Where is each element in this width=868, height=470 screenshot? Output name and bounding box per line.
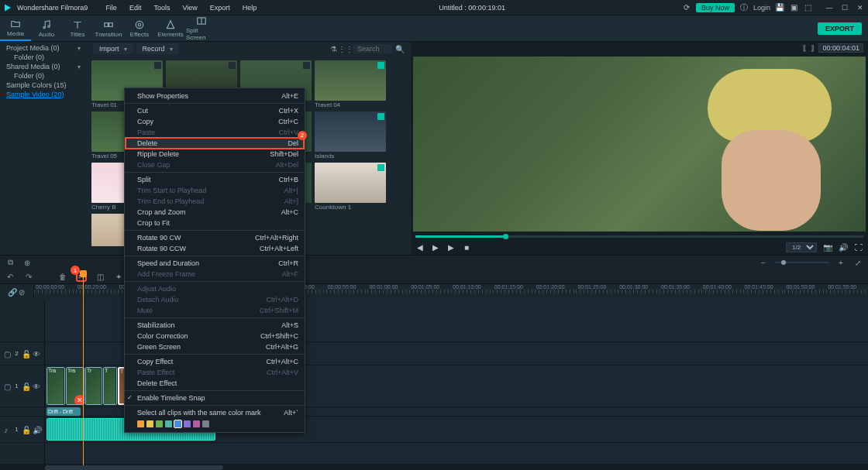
tab-titles[interactable]: Titles xyxy=(62,15,93,41)
audio-clip-label[interactable]: Drift - Drift xyxy=(46,407,81,416)
volume-icon[interactable]: 🔊 xyxy=(33,426,40,434)
search-input[interactable] xyxy=(353,44,392,53)
buy-now-button[interactable]: Buy Now xyxy=(696,3,735,12)
tab-transition[interactable]: Transition xyxy=(93,15,124,41)
track-head-video2[interactable]: ▢ 2 🔓 👁 xyxy=(0,342,45,365)
color-swatch[interactable] xyxy=(146,420,153,427)
color-swatch[interactable] xyxy=(156,420,163,427)
menu-file[interactable]: File xyxy=(100,2,122,13)
context-menu-item-rotate-90-cw[interactable]: Rotate 90 CWCtrl+Alt+Right xyxy=(125,232,305,243)
maximize-button[interactable]: ☐ xyxy=(840,3,849,12)
context-menu-item-split[interactable]: SplitCtrl+B xyxy=(125,174,305,185)
color-swatch[interactable] xyxy=(184,420,191,427)
playhead[interactable] xyxy=(83,270,84,465)
context-menu-item-crop-to-fit[interactable]: Crop to Fit xyxy=(125,218,305,228)
undo-button[interactable]: ↶ xyxy=(5,271,16,282)
color-swatch[interactable] xyxy=(202,420,209,427)
menu-edit[interactable]: Edit xyxy=(124,2,147,13)
delete-button[interactable]: 🗑 xyxy=(57,271,68,282)
track-head-video1[interactable]: ▢ 1 🔓 👁 xyxy=(0,365,45,407)
timeline-clip[interactable]: Tr xyxy=(85,367,102,405)
timeline-clip[interactable]: Tra xyxy=(46,367,65,405)
timecode-display[interactable]: 00:00:04:01 xyxy=(818,43,863,53)
timeline-scrollbar[interactable] xyxy=(0,465,868,470)
seek-handle[interactable] xyxy=(503,234,508,239)
context-menu-item-stabilization[interactable]: StabilizationAlt+S xyxy=(125,320,305,331)
update-icon[interactable]: ⟳ xyxy=(682,3,691,12)
seek-bar[interactable] xyxy=(415,235,863,238)
context-menu-item-delete-effect[interactable]: Delete Effect xyxy=(125,378,305,389)
import-dropdown[interactable]: Import▾ xyxy=(93,43,133,54)
context-menu-item-speed-and-duration[interactable]: Speed and DurationCtrl+R xyxy=(125,258,305,269)
menu-export[interactable]: Export xyxy=(205,2,236,13)
sort-icon[interactable]: ⋮⋮ xyxy=(341,44,350,53)
preview-zoom-select[interactable]: 1/2 xyxy=(786,242,817,252)
media-item[interactable]: Travel 04 xyxy=(315,60,386,108)
context-menu-item-color-correction[interactable]: Color CorrectionCtrl+Shift+C xyxy=(125,331,305,341)
sidebar-item-folder[interactable]: Folder (0) xyxy=(0,71,87,81)
redo-button[interactable]: ↷ xyxy=(23,271,34,282)
info-icon[interactable]: ⓘ xyxy=(739,3,749,12)
record-icon[interactable]: ⬚ xyxy=(803,3,812,12)
context-menu-item-green-screen[interactable]: Green ScreenCtrl+Alt+G xyxy=(125,341,305,352)
close-button[interactable]: ✕ xyxy=(856,3,865,12)
bracket-left-icon[interactable]: ⟦ xyxy=(803,44,806,52)
tab-split-screen[interactable]: Split Screen xyxy=(186,15,217,41)
context-menu-item-delete[interactable]: DeleteDel2 xyxy=(125,137,305,149)
sidebar-item-shared-media[interactable]: Shared Media (0)▾ xyxy=(0,62,87,71)
context-menu-item-ripple-delete[interactable]: Ripple DeleteShift+Del xyxy=(125,149,305,160)
color-swatch[interactable] xyxy=(174,420,181,427)
stop-button[interactable]: ■ xyxy=(462,242,471,252)
media-item[interactable]: Islands xyxy=(315,111,386,160)
timeline-zoom-slider[interactable] xyxy=(775,262,829,263)
context-menu-item-rotate-90-ccw[interactable]: Rotate 90 CCWCtrl+Alt+Left xyxy=(125,243,305,254)
lock-icon[interactable]: 🔓 xyxy=(22,383,29,390)
sidebar-item-project-media[interactable]: Project Media (0)▾ xyxy=(0,43,87,53)
bracket-right-icon[interactable]: ⟧ xyxy=(811,44,814,52)
color-swatch[interactable] xyxy=(137,420,144,427)
record-dropdown[interactable]: Record▾ xyxy=(136,43,179,54)
scrollbar-thumb[interactable] xyxy=(45,465,223,470)
volume-icon[interactable]: 🔊 xyxy=(839,242,848,252)
eye-icon[interactable]: 👁 xyxy=(33,383,40,390)
eye-icon[interactable]: 👁 xyxy=(33,350,40,358)
media-item[interactable]: Countdown 1 xyxy=(315,163,386,211)
sidebar-item-folder[interactable]: Folder (0) xyxy=(0,53,87,62)
play-button[interactable]: ▶ xyxy=(431,242,440,252)
save-icon[interactable]: 💾 xyxy=(775,3,784,12)
track-head-audio1[interactable]: ♪ 1 🔓 🔊 xyxy=(0,417,45,442)
context-menu-item-cut[interactable]: CutCtrl+X xyxy=(125,105,305,116)
add-icon[interactable]: ⊕ xyxy=(22,257,33,268)
tab-audio[interactable]: Audio xyxy=(31,15,62,41)
screenshot-icon[interactable]: ▣ xyxy=(789,3,798,12)
prev-frame-button[interactable]: ◀ xyxy=(415,242,425,252)
context-menu-item-enable-timeline-snap[interactable]: ✓Enable Timeline Snap xyxy=(125,393,305,403)
context-menu-item-show-properties[interactable]: Show PropertiesAlt+E xyxy=(125,91,305,101)
sidebar-item-sample-colors[interactable]: Sample Colors (15) xyxy=(0,81,87,90)
crop-button[interactable]: ◫ xyxy=(95,271,105,282)
menu-help[interactable]: Help xyxy=(237,2,263,13)
link-off-icon[interactable]: ⊘ xyxy=(19,288,26,296)
filter-icon[interactable]: ⚗ xyxy=(329,44,338,53)
marker-button[interactable]: ✦ xyxy=(113,271,124,282)
add-media-icon[interactable]: ⧉ xyxy=(5,257,16,268)
tab-media[interactable]: Media xyxy=(0,15,31,41)
tab-elements[interactable]: Elements xyxy=(155,15,186,41)
fullscreen-icon[interactable]: ⛶ xyxy=(854,242,863,252)
zoom-in-icon[interactable]: + xyxy=(835,257,846,268)
sidebar-item-sample-video[interactable]: Sample Video (20) xyxy=(0,90,87,99)
search-icon[interactable]: 🔍 xyxy=(395,44,405,53)
preview-viewport[interactable] xyxy=(413,57,866,232)
menu-tools[interactable]: Tools xyxy=(148,2,175,13)
color-swatch[interactable] xyxy=(165,420,172,427)
login-link[interactable]: Login xyxy=(753,4,770,12)
timeline-clip[interactable]: Tra ✕ xyxy=(66,367,84,405)
zoom-knob[interactable] xyxy=(781,260,786,265)
track-body[interactable] xyxy=(45,443,868,464)
tab-effects[interactable]: Effects xyxy=(124,15,155,41)
context-menu-item-copy-effect[interactable]: Copy EffectCtrl+Alt+C xyxy=(125,356,305,367)
lock-icon[interactable]: 🔓 xyxy=(22,350,29,358)
menu-view[interactable]: View xyxy=(177,2,202,13)
next-frame-button[interactable]: ▶ xyxy=(446,242,456,252)
lock-icon[interactable]: 🔓 xyxy=(22,426,29,434)
